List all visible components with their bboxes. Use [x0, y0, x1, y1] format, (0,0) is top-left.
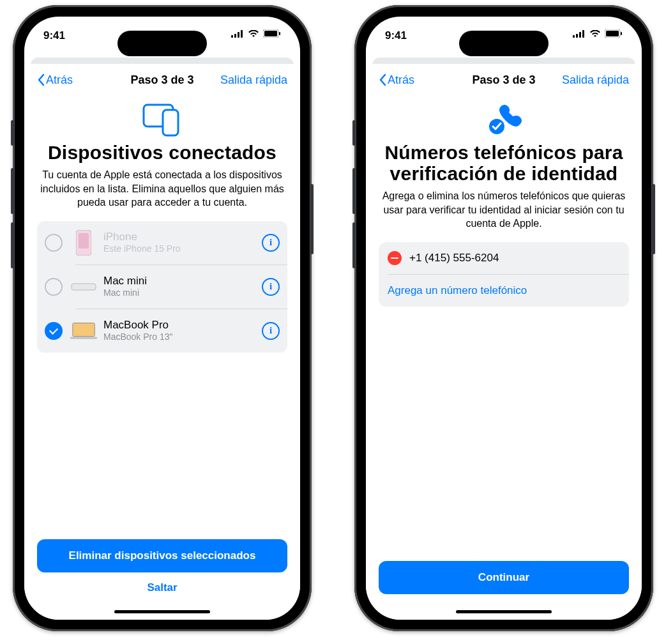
page-description: Agrega o elimina los números telefónicos…: [381, 189, 626, 231]
macmini-thumbnail-icon: [70, 273, 97, 300]
back-label: Atrás: [46, 73, 73, 87]
back-button[interactable]: Atrás: [37, 73, 73, 87]
device-name: Mac mini: [103, 275, 147, 288]
screen-right: 9:41 Atrás Paso 3 de 3 Salida rápida: [366, 17, 642, 620]
quick-exit-button[interactable]: Salida rápida: [562, 73, 629, 87]
device-row-macmini[interactable]: Mac mini Mac mini i: [37, 265, 287, 309]
status-time: 9:41: [43, 29, 65, 42]
device-name: MacBook Pro: [103, 319, 172, 332]
device-row-iphone[interactable]: iPhone Este iPhone 15 Pro i: [37, 221, 287, 264]
svg-rect-13: [70, 337, 97, 339]
svg-rect-19: [606, 31, 619, 36]
signal-icon: [573, 30, 586, 38]
skip-button[interactable]: Saltar: [37, 581, 287, 594]
device-subtitle: Mac mini: [103, 288, 147, 298]
status-icons: [231, 29, 281, 38]
radio-selected[interactable]: [45, 322, 63, 340]
info-icon[interactable]: i: [262, 278, 280, 296]
nav-bar: Atrás Paso 3 de 3 Salida rápida: [37, 64, 287, 96]
svg-rect-8: [163, 110, 178, 135]
back-label: Atrás: [388, 73, 414, 87]
devices-hero-icon: [140, 101, 185, 137]
remove-minus-icon[interactable]: [388, 251, 402, 265]
signal-icon: [231, 30, 244, 38]
page-title: Números telefónicos para verificación de…: [379, 142, 629, 184]
phone-numbers-list: +1 (415) 555-6204 Agrega un número telef…: [379, 242, 629, 307]
svg-rect-20: [621, 32, 622, 35]
device-name: iPhone: [103, 231, 181, 243]
status-icons: [573, 29, 623, 38]
device-subtitle: Este iPhone 15 Pro: [103, 243, 181, 254]
info-icon[interactable]: i: [262, 322, 280, 340]
phone-verify-hero-icon: [481, 101, 526, 137]
svg-rect-14: [573, 35, 575, 38]
battery-icon: [263, 29, 281, 38]
iphone-thumbnail-icon: [70, 229, 97, 256]
wifi-icon: [589, 30, 601, 38]
svg-rect-10: [79, 233, 89, 249]
svg-rect-2: [238, 32, 239, 38]
continue-button[interactable]: Continuar: [379, 561, 629, 594]
svg-rect-5: [264, 31, 277, 36]
devices-list: iPhone Este iPhone 15 Pro i Mac mini Mac…: [37, 221, 287, 353]
back-button[interactable]: Atrás: [379, 73, 414, 87]
add-phone-number-button[interactable]: Agrega un número telefónico: [379, 275, 629, 307]
home-indicator[interactable]: [456, 610, 552, 613]
device-row-macbook[interactable]: MacBook Pro MacBook Pro 13" i: [37, 309, 287, 353]
remove-devices-button[interactable]: Eliminar dispositivos seleccionados: [37, 539, 287, 572]
nav-bar: Atrás Paso 3 de 3 Salida rápida: [379, 64, 629, 96]
info-icon[interactable]: i: [262, 234, 280, 252]
svg-rect-3: [241, 30, 243, 38]
svg-rect-6: [279, 32, 280, 35]
radio-unselected[interactable]: [45, 234, 63, 252]
battery-icon: [605, 29, 623, 38]
chevron-left-icon: [37, 73, 45, 86]
page-description: Tu cuenta de Apple está conectada a los …: [40, 168, 285, 210]
phone-number-value: +1 (415) 555-6204: [409, 252, 499, 264]
svg-rect-17: [582, 30, 584, 38]
iphone-frame-right: 9:41 Atrás Paso 3 de 3 Salida rápida: [354, 5, 653, 631]
svg-rect-11: [72, 284, 96, 290]
page-title: Dispositivos conectados: [37, 142, 287, 163]
wifi-icon: [248, 30, 259, 38]
iphone-frame-left: 9:41 Atrás Paso 3 de 3 Salida rápida: [13, 5, 312, 631]
device-subtitle: MacBook Pro 13": [103, 332, 172, 342]
screen-left: 9:41 Atrás Paso 3 de 3 Salida rápida: [24, 17, 300, 620]
phone-number-row[interactable]: +1 (415) 555-6204: [379, 242, 629, 274]
status-time: 9:41: [385, 29, 407, 42]
svg-rect-1: [234, 34, 236, 38]
svg-rect-0: [231, 35, 233, 38]
radio-unselected[interactable]: [45, 278, 63, 296]
quick-exit-button[interactable]: Salida rápida: [220, 73, 287, 87]
svg-rect-12: [73, 323, 95, 336]
svg-rect-15: [576, 34, 578, 38]
svg-rect-16: [579, 32, 581, 38]
home-indicator[interactable]: [114, 610, 210, 613]
macbook-thumbnail-icon: [70, 318, 97, 344]
chevron-left-icon: [379, 73, 386, 86]
